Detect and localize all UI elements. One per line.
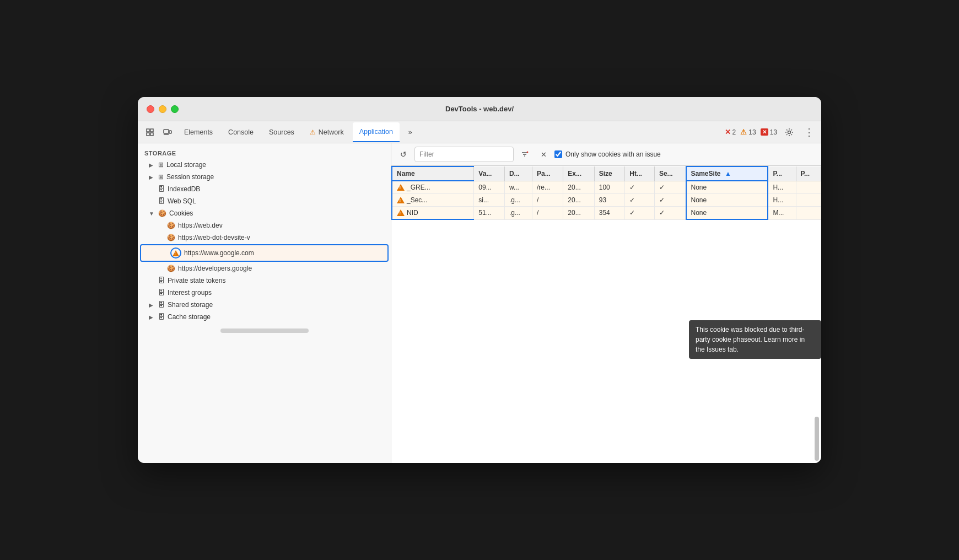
cell-expires-2: 20... (563, 207, 594, 220)
col-header-domain[interactable]: D... (504, 166, 532, 181)
cookies-table-container[interactable]: Name Va... D... Pa... (391, 166, 821, 463)
cell-partition-0 (796, 181, 821, 194)
cell-domain-1: .g... (504, 194, 532, 207)
tab-sources[interactable]: Sources (262, 122, 301, 142)
col-header-partition[interactable]: P... (796, 166, 821, 181)
cookie-tooltip: This cookie was blocked due to third-par… (689, 320, 821, 359)
device-icon[interactable] (160, 125, 175, 140)
sidebar-item-cookies[interactable]: 🍪 Cookies (138, 207, 391, 219)
tab-network[interactable]: ⚠ Network (303, 122, 351, 142)
more-options-icon[interactable]: ⋮ (801, 125, 817, 140)
close-filter-button[interactable]: ✕ (536, 147, 551, 162)
col-header-samesite[interactable]: SameSite ▲ (686, 166, 768, 181)
error-x-icon: ✕ (725, 128, 731, 136)
inspect-icon[interactable] (142, 125, 158, 140)
cell-domain-2: .g... (504, 207, 532, 220)
sidebar-item-cookie-webdev[interactable]: 🍪 https://web.dev (138, 219, 391, 231)
cookie-icon: 🍪 (167, 265, 175, 272)
expand-arrow-icon (149, 162, 155, 168)
warning-badge-icon: ! (170, 247, 181, 259)
db-icon: 🗄 (158, 185, 165, 193)
db-icon: 🗄 (158, 313, 165, 321)
main-panel: ↺ ✕ Only show cookies with an is (391, 143, 821, 463)
vertical-scrollbar[interactable] (815, 417, 819, 461)
db-icon: 🗄 (158, 301, 165, 309)
db-icon: 🗄 (158, 289, 165, 297)
cell-value-2: 51... (474, 207, 505, 220)
col-header-name[interactable]: Name (392, 166, 474, 181)
cell-samesite-1: None (686, 194, 768, 207)
sidebar-item-private-state[interactable]: 🗄 Private state tokens (138, 274, 391, 287)
sidebar-item-session-storage[interactable]: ⊞ Session storage (138, 171, 391, 183)
col-header-expires[interactable]: Ex... (563, 166, 594, 181)
svg-rect-3 (150, 133, 153, 136)
sidebar-scrollbar[interactable] (220, 329, 309, 333)
col-header-value[interactable]: Va... (474, 166, 505, 181)
window-title: DevTools - web.dev/ (445, 105, 514, 113)
cookies-table: Name Va... D... Pa... (391, 166, 821, 220)
tab-elements[interactable]: Elements (177, 122, 219, 142)
cell-path-2: / (532, 207, 563, 220)
only-show-label: Only show cookies with an issue (565, 150, 661, 158)
cell-samesite-0: None (686, 181, 768, 194)
only-show-checkbox[interactable] (554, 150, 562, 158)
sidebar-item-cookie-google[interactable]: ! https://www.google.com (140, 244, 389, 262)
svg-rect-4 (164, 130, 169, 133)
storage-section-title: Storage (138, 148, 391, 159)
settings-icon[interactable] (782, 125, 797, 140)
filter-clear-button[interactable] (517, 147, 532, 162)
sidebar: Storage ⊞ Local storage ⊞ Session storag… (138, 143, 391, 463)
filter-input[interactable] (414, 147, 514, 162)
db-icon: 🗄 (158, 197, 165, 205)
cell-value-1: si... (474, 194, 505, 207)
col-header-priority[interactable]: P... (768, 166, 796, 181)
expand-arrow-icon (149, 302, 155, 308)
tab-application[interactable]: Application (353, 122, 400, 142)
table-icon: ⊞ (158, 173, 164, 181)
sort-arrow-icon: ▲ (725, 170, 731, 177)
sidebar-item-local-storage[interactable]: ⊞ Local storage (138, 159, 391, 171)
sidebar-item-cookie-developers[interactable]: 🍪 https://developers.google (138, 262, 391, 274)
tab-console[interactable]: Console (222, 122, 260, 142)
col-header-path[interactable]: Pa... (532, 166, 563, 181)
cell-size-1: 93 (594, 194, 625, 207)
table-row[interactable]: ! _GRE... 09... w... /re... 20... 100 ✓ (392, 181, 821, 194)
db-icon: 🗄 (158, 277, 165, 284)
svg-rect-0 (147, 129, 149, 132)
cell-secure-0: ✓ (654, 181, 686, 194)
cell-size-0: 100 (594, 181, 625, 194)
cell-secure-1: ✓ (654, 194, 686, 207)
svg-rect-1 (150, 129, 153, 132)
refresh-button[interactable]: ↺ (396, 147, 411, 162)
close-button[interactable] (147, 105, 154, 113)
table-row[interactable]: ! NID 51... .g... / 20... 354 ✓ ✓ (392, 207, 821, 220)
sidebar-item-shared-storage[interactable]: 🗄 Shared storage (138, 299, 391, 311)
minimize-button[interactable] (159, 105, 166, 113)
error-badge: ✕ 2 (725, 128, 736, 136)
cell-size-2: 354 (594, 207, 625, 220)
sidebar-item-indexeddb[interactable]: 🗄 IndexedDB (138, 183, 391, 195)
cell-samesite-2: None (686, 207, 768, 220)
cell-httponly-1: ✓ (625, 194, 655, 207)
table-row[interactable]: ! _Sec... si... .g... / 20... 93 ✓ (392, 194, 821, 207)
cell-priority-1: H... (768, 194, 796, 207)
tab-more[interactable]: » (402, 122, 419, 142)
sidebar-item-web-sql[interactable]: 🗄 Web SQL (138, 195, 391, 207)
cookie-icon: 🍪 (167, 234, 175, 241)
sidebar-item-cache-storage[interactable]: 🗄 Cache storage (138, 311, 391, 323)
sidebar-item-cookie-webdotdevsite[interactable]: 🍪 https://web-dot-devsite-v (138, 231, 391, 244)
maximize-button[interactable] (171, 105, 179, 113)
sidebar-item-interest-groups[interactable]: 🗄 Interest groups (138, 287, 391, 299)
col-header-secure[interactable]: Se... (654, 166, 686, 181)
col-header-size[interactable]: Size (594, 166, 625, 181)
cell-httponly-2: ✓ (625, 207, 655, 220)
issue-badge: ✕ 13 (761, 128, 777, 136)
cell-priority-0: H... (768, 181, 796, 194)
devtools-window: DevTools - web.dev/ Elements Console (138, 97, 821, 463)
col-header-httponly[interactable]: Ht... (625, 166, 655, 181)
cell-name-0: ! _GRE... (392, 181, 474, 194)
traffic-lights (147, 105, 179, 113)
devtools-tab-bar: Elements Console Sources ⚠ Network Appli… (138, 121, 821, 143)
cookie-icon: 🍪 (158, 209, 166, 217)
warning-triangle-icon: ⚠ (740, 128, 747, 136)
